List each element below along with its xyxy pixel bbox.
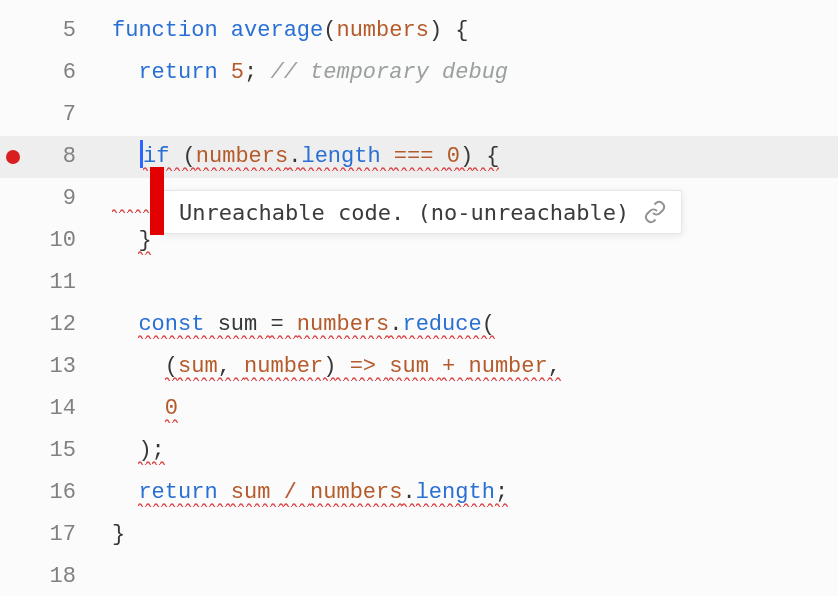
property: length [301, 144, 380, 171]
number: 0 [165, 396, 178, 423]
line-number: 15 [50, 430, 76, 472]
line-number: 16 [50, 472, 76, 514]
line-number: 7 [63, 94, 76, 136]
punct: ) [460, 144, 473, 171]
punct: ; [495, 480, 508, 507]
function-name: average [231, 18, 323, 43]
code-line[interactable]: 13 (sum, number) => sum + number, [0, 346, 838, 388]
line-number: 12 [50, 304, 76, 346]
param: numbers [336, 18, 428, 43]
comma: , [548, 354, 561, 381]
identifier: sum [218, 312, 271, 339]
code-line[interactable]: 17 } [0, 514, 838, 556]
keyword: const [138, 312, 217, 339]
code-line[interactable]: 7 [0, 94, 838, 136]
gutter[interactable]: 14 [0, 388, 94, 430]
punct: ; [152, 438, 165, 465]
gutter[interactable]: 17 [0, 514, 94, 556]
breakpoint-icon[interactable] [6, 150, 20, 164]
code-content[interactable]: ); [94, 430, 838, 472]
gutter[interactable]: 12 [0, 304, 94, 346]
punct: ) [429, 18, 442, 43]
code-content[interactable]: function average(numbers) { [94, 10, 838, 52]
dot: . [288, 144, 301, 171]
gutter[interactable]: 15 [0, 430, 94, 472]
punct: ( [482, 312, 495, 339]
line-number: 14 [50, 388, 76, 430]
code-content[interactable]: return sum / numbers.length; [94, 472, 838, 514]
gutter[interactable]: 9 [0, 178, 94, 220]
code-content[interactable]: if (numbers.length === 0) { [94, 136, 838, 178]
dot: . [389, 312, 402, 339]
punct: ) [138, 438, 151, 465]
code-line-active[interactable]: 8 if (numbers.length === 0) { [0, 136, 838, 178]
brace: } [112, 522, 125, 547]
gutter[interactable]: 7 [0, 94, 94, 136]
code-content[interactable]: 0 [94, 388, 838, 430]
identifier: numbers [310, 480, 402, 507]
code-content[interactable]: return 5; // temporary debug [94, 52, 838, 94]
punct: ( [323, 18, 336, 43]
gutter[interactable]: 6 [0, 52, 94, 94]
code-line[interactable]: 11 [0, 262, 838, 304]
comment: // temporary debug [257, 60, 508, 85]
code-content[interactable]: } [94, 514, 838, 556]
gutter[interactable]: 11 [0, 262, 94, 304]
comma: , [218, 354, 244, 381]
method: reduce [402, 312, 481, 339]
operator: === [394, 144, 447, 171]
number: 5 [231, 60, 244, 85]
param: number [244, 354, 323, 381]
operator: = [270, 312, 296, 339]
identifier: sum [389, 354, 442, 381]
text-cursor [140, 140, 143, 168]
line-number: 6 [63, 52, 76, 94]
identifier: numbers [297, 312, 389, 339]
gutter[interactable]: 10 [0, 220, 94, 262]
code-line[interactable]: 14 0 [0, 388, 838, 430]
brace: { [473, 144, 499, 171]
line-number: 13 [50, 346, 76, 388]
space [381, 144, 394, 171]
diagnostic-tooltip[interactable]: Unreachable code. (no-unreachable) [162, 190, 682, 234]
line-number: 11 [50, 262, 76, 304]
keyword: function [112, 18, 231, 43]
identifier: sum [231, 480, 284, 507]
gutter[interactable]: 13 [0, 346, 94, 388]
identifier: numbers [196, 144, 288, 171]
identifier: number [468, 354, 547, 381]
gutter[interactable]: 18 [0, 556, 94, 596]
property: length [416, 480, 495, 507]
code-content[interactable]: (sum, number) => sum + number, [94, 346, 838, 388]
keyword: return [138, 480, 230, 507]
line-number: 10 [50, 220, 76, 262]
code-line[interactable]: 16 return sum / numbers.length; [0, 472, 838, 514]
keyword: return [138, 60, 230, 85]
link-icon[interactable] [639, 196, 671, 228]
param: sum [178, 354, 218, 381]
code-line[interactable]: 18 [0, 556, 838, 596]
code-line[interactable]: 12 const sum = numbers.reduce( [0, 304, 838, 346]
gutter[interactable]: 8 [0, 136, 94, 178]
punct: ( [165, 354, 178, 381]
code-line[interactable]: 15 ); [0, 430, 838, 472]
operator: + [442, 354, 468, 381]
gutter[interactable]: 5 [0, 10, 94, 52]
code-editor[interactable]: 5 function average(numbers) { 6 return 5… [0, 0, 838, 596]
code-line[interactable]: 6 return 5; // temporary debug [0, 52, 838, 94]
code-line[interactable]: 5 function average(numbers) { [0, 10, 838, 52]
line-number: 8 [63, 136, 76, 178]
line-number: 18 [50, 556, 76, 596]
dot: . [402, 480, 415, 507]
breakpoint-gutter[interactable] [6, 150, 20, 164]
tooltip-message: Unreachable code. (no-unreachable) [163, 200, 639, 225]
number: 0 [447, 144, 460, 171]
error-marker-icon [150, 167, 164, 235]
brace: { [442, 18, 468, 43]
punct: ) [323, 354, 336, 381]
code-content[interactable]: const sum = numbers.reduce( [94, 304, 838, 346]
line-number: 5 [63, 10, 76, 52]
punct: ( [183, 144, 196, 171]
gutter[interactable]: 16 [0, 472, 94, 514]
punct: ; [244, 60, 257, 85]
